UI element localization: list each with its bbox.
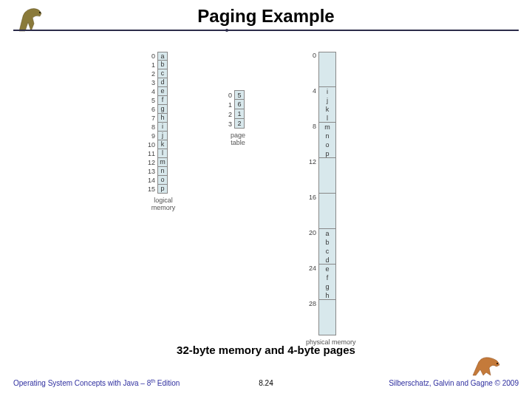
logical-memory-row: 7h: [142, 114, 185, 123]
pm-cell: o: [319, 140, 335, 149]
lm-index: 0: [142, 52, 155, 60]
pt-cell: 6: [234, 100, 245, 109]
pm-cell: [319, 219, 335, 228]
physical-memory-frame: 24efgh: [303, 265, 356, 300]
logical-memory-row: 4e: [142, 87, 185, 96]
lm-cell: a: [157, 52, 168, 61]
pm-cell: g: [319, 282, 335, 291]
footer-edition-suffix: Edition: [155, 379, 180, 387]
logical-memory-row: 9j: [142, 132, 185, 140]
logical-memory-row: 6g: [142, 105, 185, 114]
pm-cell: [319, 61, 335, 70]
slide-number: 8.24: [259, 379, 273, 387]
pm-cell: [319, 318, 335, 327]
lm-index: 5: [142, 97, 155, 104]
pm-cell: [319, 158, 335, 167]
pm-cell: b: [319, 238, 335, 247]
physical-memory-frame: 8mnop: [303, 123, 356, 158]
lm-index: 2: [142, 70, 155, 78]
pm-cell: p: [319, 149, 335, 158]
physical-memory-table: 04ijkl8mnop121620abcd24efgh28 physical m…: [303, 52, 356, 346]
logical-memory-label: logical memory: [142, 197, 185, 211]
pm-cell: f: [319, 273, 335, 282]
pm-index: 20: [303, 229, 316, 265]
pt-cell: 5: [234, 90, 245, 100]
physical-memory-frame: 28: [303, 300, 356, 335]
footer-edition-prefix: Operating System Concepts with Java – 8: [13, 379, 151, 387]
svg-point-1: [497, 363, 498, 364]
pm-block: [318, 300, 336, 335]
logical-memory-row: 0a: [142, 52, 185, 61]
logical-memory-row: 3d: [142, 78, 185, 87]
pt-index: 0: [223, 92, 232, 99]
pm-index: 28: [303, 300, 316, 335]
lm-index: 6: [142, 106, 155, 113]
pm-cell: [319, 52, 335, 61]
slide-title: Paging Example: [0, 6, 532, 30]
logical-memory-table: 0a1b2c3d4e5f6g7h8i9j10k11l12m13n14o15p l…: [142, 52, 185, 211]
lm-index: 3: [142, 79, 155, 86]
pm-index: 24: [303, 265, 316, 300]
pm-cell: [319, 78, 335, 87]
pm-cell: [319, 184, 335, 193]
page-table-row: 32: [223, 119, 253, 129]
page-table-row: 21: [223, 109, 253, 119]
logical-memory-row: 10k: [142, 140, 185, 149]
logical-memory-row: 5f: [142, 96, 185, 105]
page-table: 05162132 page table: [223, 90, 253, 146]
lm-cell: g: [157, 105, 168, 114]
pm-index: 12: [303, 158, 316, 194]
pm-cell: [319, 309, 335, 318]
lm-index: 12: [142, 159, 155, 166]
logical-memory-row: 14o: [142, 176, 185, 185]
lm-index: 9: [142, 132, 155, 140]
pm-cell: n: [319, 132, 335, 140]
pm-cell: [319, 176, 335, 185]
logical-memory-row: 11l: [142, 149, 185, 158]
lm-cell: o: [157, 176, 168, 185]
pm-cell: [319, 300, 335, 309]
pm-cell: c: [319, 247, 335, 256]
lm-index: 7: [142, 115, 155, 122]
logical-memory-row: 13n: [142, 167, 185, 176]
slide-caption: 32-byte memory and 4-byte pages: [0, 344, 532, 356]
lm-index: 11: [142, 150, 155, 157]
pm-block: [318, 52, 336, 87]
pm-cell: [319, 167, 335, 176]
pm-index: 8: [303, 123, 316, 158]
pm-cell: i: [319, 87, 335, 96]
pm-block: abcd: [318, 229, 336, 265]
lm-cell: c: [157, 69, 168, 78]
lm-cell: m: [157, 158, 168, 167]
physical-memory-frame: 16: [303, 194, 356, 229]
pm-block: mnop: [318, 123, 336, 158]
logical-memory-row: 2c: [142, 69, 185, 78]
dinosaur-icon: [13, 3, 50, 33]
logical-memory-row: 12m: [142, 158, 185, 167]
lm-index: 10: [142, 141, 155, 149]
lm-index: 1: [142, 61, 155, 69]
pm-cell: [319, 202, 335, 211]
pm-cell: [319, 326, 335, 335]
pm-cell: [319, 69, 335, 78]
lm-cell: j: [157, 132, 168, 140]
physical-memory-frame: 20abcd: [303, 229, 356, 265]
physical-memory-frame: 12: [303, 158, 356, 194]
pm-cell: d: [319, 256, 335, 265]
lm-index: 14: [142, 177, 155, 184]
pt-cell: 1: [234, 109, 245, 119]
logical-memory-row: 1b: [142, 61, 185, 69]
lm-cell: i: [157, 123, 168, 132]
slide-footer: Operating System Concepts with Java – 8t…: [0, 366, 532, 399]
lm-cell: n: [157, 167, 168, 176]
lm-index: 4: [142, 88, 155, 95]
pm-cell: [319, 211, 335, 220]
slide-header: Paging Example: [0, 0, 532, 31]
page-table-row: 16: [223, 100, 253, 109]
pm-cell: m: [319, 123, 335, 132]
lm-cell: p: [157, 185, 168, 194]
lm-index: 8: [142, 123, 155, 131]
footer-copyright: Silberschatz, Galvin and Gagne © 2009: [389, 379, 519, 387]
pm-index: 0: [303, 52, 316, 87]
pm-cell: k: [319, 105, 335, 114]
